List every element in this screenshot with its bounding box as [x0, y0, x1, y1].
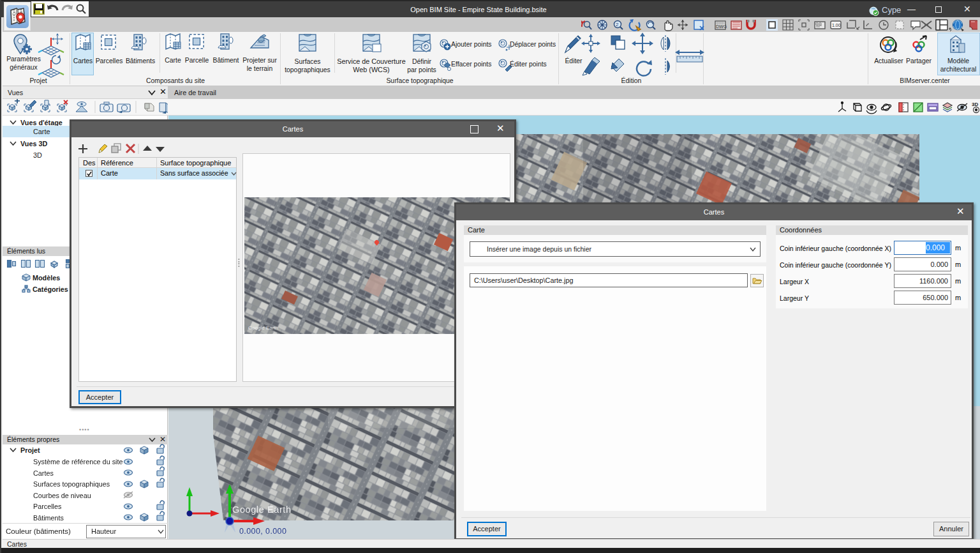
svg-text:2: 2 [616, 22, 619, 27]
svg-text:3D: 3D [972, 102, 978, 107]
svg-text:DWG: DWG [716, 24, 727, 29]
svg-text:1.00: 1.00 [832, 23, 841, 27]
